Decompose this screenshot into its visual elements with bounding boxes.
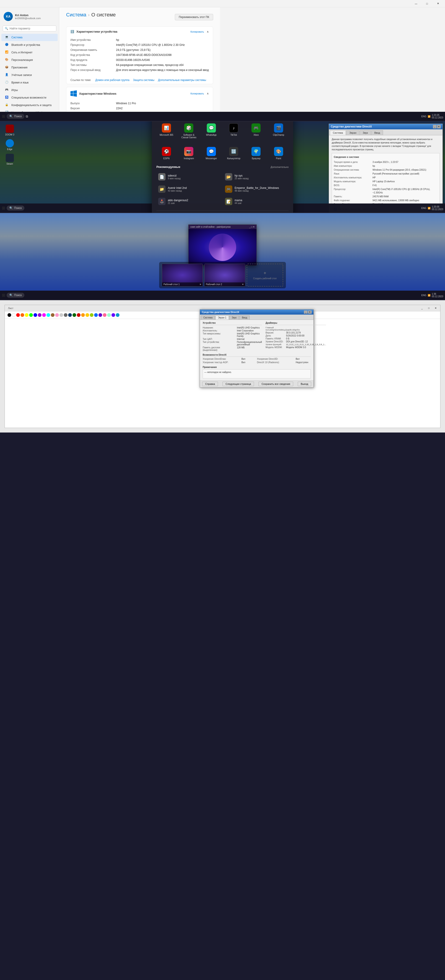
dx-small-tab-sound[interactable]: Звук [229,315,239,320]
sidebar-item-system[interactable]: 💻 Система [2,34,58,41]
pinned-app-whatsapp[interactable]: 💬 WhatsApp [201,122,221,140]
dx-tab-sound[interactable]: Звук [360,130,371,135]
sidebar-user[interactable]: KA Kri Anton kri26000@outlook.com [0,10,59,25]
color-teal[interactable] [116,313,119,317]
color-darkred[interactable] [77,313,81,317]
domain-link[interactable]: Домен или рабочая группа [95,78,129,82]
dx-small-next-button[interactable]: Следующая страница [222,382,254,386]
rename-pc-button[interactable]: Переименовать этот ПК [175,14,213,20]
dx-small-tab-system[interactable]: Система [201,315,215,320]
sidebar-item-time[interactable]: 🕐 Время и язык [2,79,58,86]
rec-item-1[interactable]: 📂 hp sys 25 мин назад [223,171,289,182]
color-darkgreen[interactable] [73,313,76,317]
color-lightgray[interactable] [59,313,63,317]
device-card-header[interactable]: ℹ️ Характеристики устройства Копировать … [66,27,213,37]
color-purple[interactable] [38,313,41,317]
pinned-app-messenger[interactable]: 💬 Messenger [201,145,221,162]
pinned-app-m365[interactable]: 📊 Microsoft 365 [156,122,176,140]
color-amber[interactable] [81,313,85,317]
maximize-button[interactable]: □ [422,0,432,7]
dx-small-minimize[interactable]: _ [304,310,308,313]
pinned-app-xbox[interactable]: 🎮 Xbox [246,122,266,140]
paint-close[interactable]: ✕ [432,305,439,311]
protection-link[interactable]: Защита системы [133,78,154,82]
thumb-close-icon[interactable]: ✕ [199,283,201,286]
color-hotpink[interactable] [103,313,106,317]
color-darkblue[interactable] [68,313,72,317]
dx-tab-system[interactable]: Система [330,130,346,135]
pinned-app-espn[interactable]: ⚽ ESPN [156,145,176,162]
desktop-thumb-1[interactable]: Рабочий стол 1 ✕ [162,264,203,286]
color-mint[interactable] [107,313,111,317]
color-white[interactable] [12,313,16,317]
windows-card-header[interactable]: Характеристики Windows Копировать ∧ [66,87,213,100]
desktop-icon-doom3[interactable]: DOOM 3 [2,124,18,137]
copy-device-button[interactable]: Копировать [190,30,204,33]
sidebar-item-accounts[interactable]: 👤 Учётные записи [2,72,58,79]
color-red[interactable] [16,313,20,317]
rec-item-4[interactable]: 🕹️ aldo dangerous2 21 шаг [156,196,222,207]
dx-close-button[interactable]: ✕ [437,125,441,129]
dx-minimize-button[interactable]: _ [433,125,437,129]
color-gold[interactable] [86,313,89,317]
pinned-app-browser[interactable]: 🌍 Браузер [246,145,266,162]
advanced-link[interactable]: Дополнительные параметры системы [158,78,206,82]
color-cyan[interactable] [46,313,50,317]
snip-maximize[interactable]: □ [251,226,253,228]
dx-small-tab-display[interactable]: Экран 1 [215,315,229,320]
copy-windows-button[interactable]: Копировать [190,92,204,95]
color-pink[interactable] [55,313,59,317]
sidebar-search-box[interactable]: 🔍 [3,25,56,32]
sidebar-item-privacy[interactable]: 🔒 Конфиденциальность и защита [2,102,58,109]
dx-small-tab-input[interactable]: Ввод [239,315,250,320]
pinned-app-instagram[interactable]: 📷 Instagram [179,145,199,162]
pinned-app-games[interactable]: 🎲 Software & Casual Games [179,122,199,140]
close-button[interactable]: ✕ [433,0,443,7]
paint-maximize[interactable]: □ [426,305,432,311]
color-violet[interactable] [99,313,102,317]
color-orange[interactable] [21,313,24,317]
color-magenta[interactable] [42,313,46,317]
dx-small-quit-button[interactable]: Выход [298,382,311,386]
dx-small-help-button[interactable]: Справка [202,382,218,386]
dx-tab-input[interactable]: Ввод [371,130,383,135]
color-darkgray[interactable] [64,313,67,317]
rec-item-5[interactable]: 📝 mama 44 шаг [223,196,289,207]
more-link[interactable]: Дополнительно [270,165,289,169]
start-button[interactable]: ⊞ [2,114,5,119]
start-button-2[interactable]: ⊞ [2,205,5,210]
breadcrumb-parent[interactable]: Система [66,12,86,18]
color-yellow[interactable] [25,313,29,317]
color-black[interactable] [8,313,11,317]
dx-tab-display[interactable]: Экран [346,130,359,135]
taskbar-search-2[interactable]: 🔍 Поиск [6,205,24,210]
color-green[interactable] [29,313,33,317]
rec-item-0[interactable]: 📄 sdevcd 9 мин назад [156,171,222,182]
pinned-app-paint[interactable]: 🎨 Paint [269,145,289,162]
pinned-app-tiktok[interactable]: ♪ TikTok [224,122,244,140]
thumb-close-icon-2[interactable]: ✕ [242,283,244,286]
color-blue[interactable] [33,313,37,317]
start-button-3[interactable]: ⊞ [2,293,5,298]
rec-item-3[interactable]: 🎮 Emperor_Battle_for_Dune_Windows 48 мин… [223,184,289,194]
color-royalblue[interactable] [94,313,98,317]
taskbar-search-3[interactable]: 🔍 Поиск [6,293,24,298]
snip-minimize[interactable]: _ [249,226,251,228]
rec-item-2[interactable]: 📁 Avenir Intel 2nd 43 мин назад [156,184,222,194]
minimize-button[interactable]: — [411,0,421,7]
sidebar-item-personalization[interactable]: 🎨 Персонализация [2,56,58,64]
new-desktop-button[interactable]: + Создать рабочий стол [247,264,283,286]
pinned-app-calculator[interactable]: 🔢 Калькулятор [224,145,244,162]
sidebar-item-accessibility[interactable]: ♿ Специальные возможности [2,94,58,101]
sidebar-item-apps[interactable]: 📦 Приложения [2,64,58,71]
desktop-thumb-2[interactable]: Рабочий стол 2 ✕ [204,264,245,286]
taskbar-search[interactable]: 🔍 Поиск [6,114,24,119]
dx-small-close[interactable]: ✕ [308,310,312,313]
sidebar-item-network[interactable]: 📶 Сеть и Интернет [2,49,58,56]
search-input[interactable] [10,27,54,30]
dx-small-save-button[interactable]: Сохранить все сведения [259,382,293,386]
pinned-app-clipchamp[interactable]: 🎬 ClipChamp [269,122,289,140]
color-brown[interactable] [51,313,54,317]
color-lime[interactable] [90,313,94,317]
paint-minimize[interactable]: _ [419,305,425,311]
